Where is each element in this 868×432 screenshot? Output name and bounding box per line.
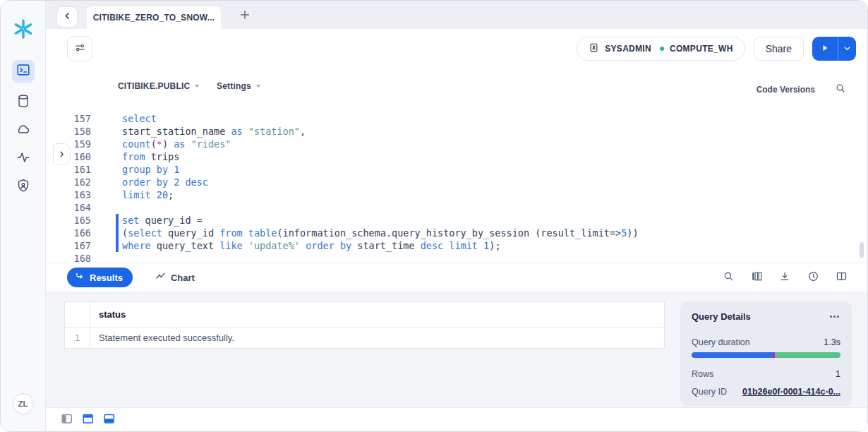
rows-value: 1: [836, 369, 840, 379]
column-header[interactable]: status: [90, 302, 665, 328]
results-table-header[interactable]: status: [65, 302, 665, 328]
tab-bar: CITIBIKE_ZERO_TO_SNOW...: [46, 1, 867, 29]
settings-label: Settings: [217, 81, 251, 91]
code-line[interactable]: 167where query_text like 'update%' order…: [46, 239, 867, 252]
rows-label: Rows: [692, 369, 713, 379]
worksheet-tab[interactable]: CITIBIKE_ZERO_TO_SNOW...: [87, 6, 221, 29]
sidebar-item-worksheets[interactable]: [12, 60, 35, 83]
code-line[interactable]: 163limit 20;: [46, 188, 867, 201]
results-label: Results: [90, 272, 123, 283]
context-selector[interactable]: SYSADMIN COMPUTE_WH: [577, 37, 745, 61]
query-duration-row: Query duration 1.3s: [692, 337, 840, 347]
worksheet-filters-button[interactable]: [67, 36, 92, 61]
more-options-icon[interactable]: [828, 314, 840, 319]
query-duration-label: Query duration: [692, 337, 750, 347]
row-number-cell: 1: [65, 328, 90, 349]
run-options-button[interactable]: [838, 37, 856, 61]
code-lines: 157select158start_station_name as "stati…: [46, 108, 867, 263]
results-arrow-icon: [75, 272, 85, 284]
code-line[interactable]: 168: [46, 252, 867, 263]
results-toolbar: Results Chart: [46, 263, 867, 292]
columns-button[interactable]: [750, 271, 763, 284]
sidebar-item-activity[interactable]: [15, 150, 32, 167]
query-id-link[interactable]: 01b26e0f-0001-414c-0...: [742, 387, 840, 397]
back-button[interactable]: [57, 7, 77, 27]
table-row[interactable]: 1Statement executed successfully.: [65, 328, 665, 349]
results-panel: status 1Statement executed successfully.…: [46, 292, 867, 407]
schema-selector[interactable]: CITIBIKE.PUBLIC: [118, 81, 199, 91]
query-history-button[interactable]: [807, 271, 819, 284]
search-icon: [723, 270, 735, 284]
sidebar: ZL: [1, 1, 46, 431]
shield-user-icon: [16, 178, 31, 196]
row-number-header: [65, 302, 90, 328]
worksheet-toolbar-right: SYSADMIN COMPUTE_WH Share: [577, 37, 856, 61]
run-button-group: [812, 37, 856, 61]
share-button[interactable]: Share: [754, 37, 804, 61]
code-line[interactable]: 161group by 1: [46, 163, 867, 176]
chevron-down-icon: [256, 85, 260, 88]
query-duration-value: 1.3s: [824, 337, 840, 347]
chevron-down-icon: [843, 44, 851, 54]
top-panel-layout-icon: [83, 414, 94, 426]
left-panel-layout-icon: [61, 414, 73, 426]
columns-icon: [751, 270, 763, 284]
context-bar: CITIBIKE.PUBLIC Settings Code Versions: [46, 81, 867, 98]
expand-panel-button[interactable]: [53, 143, 71, 165]
query-duration-bar: [692, 352, 840, 358]
sliders-icon: [74, 42, 86, 56]
layout-top-panel-button[interactable]: [83, 414, 94, 425]
clock-icon: [807, 270, 819, 284]
tab-title: CITIBIKE_ZERO_TO_SNOW...: [93, 13, 215, 23]
layout-bottom-panel-button[interactable]: [104, 414, 115, 425]
code-line[interactable]: 160from trips: [46, 150, 867, 163]
duration-bar-segment: [692, 352, 772, 358]
search-results-button[interactable]: [722, 271, 735, 284]
terminal-icon: [16, 62, 31, 80]
database-icon: [16, 93, 31, 112]
code-line[interactable]: 166(select query_id from table(informati…: [46, 227, 867, 239]
role-label: SYSADMIN: [605, 44, 651, 54]
status-cell: Statement executed successfully.: [90, 328, 665, 349]
code-line[interactable]: 159count(*) as "rides": [46, 138, 867, 150]
layout-left-panel-button[interactable]: [61, 414, 73, 425]
new-tab-button[interactable]: [238, 8, 252, 23]
tab-results[interactable]: Results: [67, 268, 133, 287]
context-bar-right: Code Versions: [757, 81, 846, 98]
editor-scrollbar[interactable]: [860, 242, 864, 258]
code-line[interactable]: 162order by 2 desc: [46, 176, 867, 188]
user-avatar[interactable]: ZL: [13, 393, 34, 414]
download-button[interactable]: [778, 271, 791, 284]
rows-row: Rows 1: [692, 369, 840, 379]
settings-menu[interactable]: Settings: [217, 81, 260, 91]
tab-chart[interactable]: Chart: [151, 270, 199, 284]
snowflake-logo-icon[interactable]: [12, 18, 35, 40]
warehouse-label: COMPUTE_WH: [670, 44, 733, 54]
sql-editor[interactable]: 157select158start_station_name as "stati…: [46, 108, 867, 263]
plus-icon: [239, 9, 251, 23]
run-button[interactable]: [812, 37, 838, 61]
line-chart-icon: [155, 271, 166, 284]
chart-label: Chart: [171, 272, 195, 283]
sidebar-item-marketplace[interactable]: [15, 122, 32, 139]
sidebar-item-admin[interactable]: [15, 179, 32, 196]
code-line[interactable]: 158start_station_name as "station",: [46, 125, 867, 138]
query-id-label: Query ID: [692, 387, 727, 397]
search-icon[interactable]: [835, 83, 846, 97]
code-versions-button[interactable]: Code Versions: [757, 85, 815, 95]
schema-label: CITIBIKE.PUBLIC: [118, 81, 190, 91]
code-line[interactable]: 157select: [46, 112, 867, 125]
code-line[interactable]: 164: [46, 201, 867, 214]
results-table: status 1Statement executed successfully.: [64, 301, 665, 349]
role-badge-icon: [589, 42, 599, 55]
split-panel-icon: [836, 270, 848, 284]
bottom-panel-layout-icon: [104, 414, 115, 426]
split-panel-button[interactable]: [835, 271, 848, 284]
download-icon: [779, 271, 790, 284]
query-details-title: Query Details: [692, 311, 751, 322]
code-line[interactable]: 165set query_id =: [46, 214, 867, 227]
sidebar-item-data[interactable]: [15, 94, 32, 111]
worksheet-panel: SYSADMIN COMPUTE_WH Share: [46, 29, 867, 431]
activity-icon: [16, 150, 31, 168]
app-window: ZL CITIBIKE_ZERO_TO_SNOW...: [0, 0, 868, 432]
